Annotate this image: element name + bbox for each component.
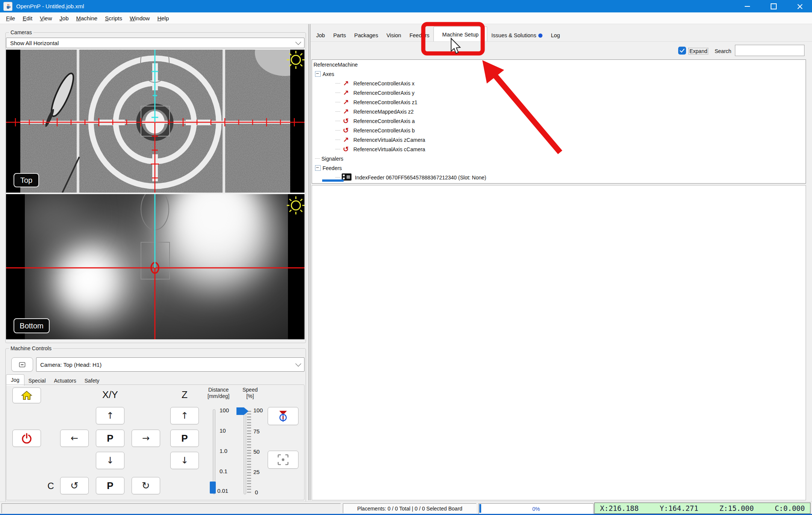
distance-tick-001: 0.01 xyxy=(217,488,228,494)
camera-view-select[interactable]: Show All Horizontal xyxy=(6,38,304,48)
park-nozzle-icon xyxy=(278,410,288,422)
tree-item-axis-zcamera[interactable]: ↗ ReferenceVirtualAxis zCamera xyxy=(312,135,806,144)
menu-machine[interactable]: Machine xyxy=(72,14,101,23)
tree-item-axis-b[interactable]: ↺ ReferenceControllerAxis b xyxy=(312,126,806,135)
menu-scripts[interactable]: Scripts xyxy=(101,14,126,23)
tree-item-axis-y[interactable]: ↗ ReferenceControllerAxis y xyxy=(312,88,806,97)
tab-special[interactable]: Special xyxy=(24,376,50,385)
java-cup-icon xyxy=(5,3,11,9)
tree-item-axis-x[interactable]: ↗ ReferenceControllerAxis x xyxy=(312,79,806,88)
rotary-axis-icon: ↺ xyxy=(342,146,350,153)
tab-bar-underline xyxy=(311,41,812,42)
cameras-group-label: Cameras xyxy=(9,29,33,35)
tab-log[interactable]: Log xyxy=(547,30,564,41)
tree-item-axis-z2[interactable]: ↗ ReferenceMappedAxis z2 xyxy=(312,107,806,116)
linear-axis-icon: ↗ xyxy=(342,108,350,115)
tree-item-axis-z1[interactable]: ↗ ReferenceControllerAxis z1 xyxy=(312,97,806,107)
tree-item-root[interactable]: ReferenceMachine xyxy=(312,60,806,69)
tab-vision[interactable]: Vision xyxy=(382,30,405,41)
speed-tick-0: 0 xyxy=(255,489,258,495)
speed-tick-100: 100 xyxy=(253,407,263,413)
minimize-button[interactable] xyxy=(735,0,759,12)
power-icon xyxy=(21,433,32,444)
feeder-selection-bar xyxy=(322,179,344,182)
tree-item-signalers[interactable]: Signalers xyxy=(312,154,806,163)
bottom-camera-image xyxy=(6,194,304,339)
maximize-icon xyxy=(771,3,777,9)
top-camera-view[interactable]: Top xyxy=(6,50,304,193)
maximize-button[interactable] xyxy=(762,0,786,12)
park-nozzle-button[interactable] xyxy=(268,407,298,425)
dro-x: X:216.188 xyxy=(600,504,639,512)
main-tab-bar: Job Parts Packages Vision Feeders Machin… xyxy=(312,26,564,41)
tab-issues-solutions[interactable]: Issues & Solutions xyxy=(487,30,547,41)
close-icon xyxy=(797,4,803,9)
tree-item-feeders[interactable]: Feeders xyxy=(312,163,806,173)
search-label: Search xyxy=(715,48,731,54)
jog-c-cw-button[interactable]: ↻ xyxy=(132,477,160,494)
issues-notification-dot xyxy=(538,33,542,38)
speed-slider-track[interactable] xyxy=(244,409,246,494)
jog-z-plus-button[interactable]: ↑ xyxy=(170,407,199,424)
tree-item-axis-ccamera[interactable]: ↺ ReferenceVirtualAxis cCamera xyxy=(312,144,806,154)
search-input[interactable] xyxy=(735,45,804,56)
menu-help[interactable]: Help xyxy=(153,14,173,23)
chevron-down-icon xyxy=(295,39,301,45)
machine-controls-label: Machine Controls xyxy=(9,345,53,351)
menu-window[interactable]: Window xyxy=(126,14,153,23)
tab-parts[interactable]: Parts xyxy=(329,30,350,41)
power-button[interactable] xyxy=(12,430,41,447)
xy-axis-label: X/Y xyxy=(96,389,124,401)
machine-setup-tree: ReferenceMachine Axes ↗ ReferenceControl… xyxy=(312,59,806,184)
close-button[interactable] xyxy=(788,0,812,12)
rotary-axis-icon: ↺ xyxy=(342,117,350,125)
tab-jog[interactable]: Jog xyxy=(6,374,24,386)
tab-feeders[interactable]: Feeders xyxy=(405,30,433,41)
menu-view[interactable]: View xyxy=(36,14,56,23)
position-camera-z-button[interactable]: P xyxy=(170,430,199,447)
speed-slider-ticks xyxy=(247,411,251,494)
home-icon xyxy=(21,390,32,400)
c-axis-label: C xyxy=(44,481,57,491)
jog-x-plus-button[interactable]: → xyxy=(132,430,160,447)
bottom-camera-label: Bottom xyxy=(14,318,50,333)
tab-job[interactable]: Job xyxy=(312,30,329,41)
machine-controls-tabs: Jog Special Actuators Safety xyxy=(6,374,304,385)
jog-y-plus-button[interactable]: ↑ xyxy=(96,407,124,424)
camera-locate-icon xyxy=(277,454,289,465)
openpnp-window: { "window": { "title": "OpenPnP - Untitl… xyxy=(0,0,812,515)
tab-packages[interactable]: Packages xyxy=(350,30,382,41)
jog-y-minus-button[interactable]: ↓ xyxy=(96,452,124,469)
tree-item-axes[interactable]: Axes xyxy=(312,69,806,79)
head-camera-select[interactable]: Camera: Top (Head: H1) xyxy=(36,357,304,372)
menu-job[interactable]: Job xyxy=(56,14,72,23)
dro-z: Z:15.000 xyxy=(720,504,754,512)
head-collapse-button[interactable] xyxy=(11,357,33,372)
tree-item-indexfeeder[interactable]: IndexFeeder 0670FF565457888367212340 (Sl… xyxy=(312,173,806,182)
bottom-camera-view[interactable]: Bottom xyxy=(6,194,304,339)
menu-edit[interactable]: Edit xyxy=(19,14,36,23)
linear-axis-icon: ↗ xyxy=(342,89,350,96)
distance-slider-handle[interactable] xyxy=(210,482,216,494)
top-camera-image xyxy=(6,50,304,193)
tree-item-axis-a[interactable]: ↺ ReferenceControllerAxis a xyxy=(312,116,806,126)
tab-safety[interactable]: Safety xyxy=(80,376,104,385)
placements-status: Placements: 0 / 0 Total | 0 / 0 Selected… xyxy=(343,503,477,513)
home-button[interactable] xyxy=(12,387,41,403)
jog-z-minus-button[interactable]: ↓ xyxy=(170,452,199,469)
menu-file[interactable]: File xyxy=(2,14,19,23)
top-camera-label: Top xyxy=(14,173,39,187)
brightness-sun-icon[interactable] xyxy=(287,196,304,214)
position-camera-c-button[interactable]: P xyxy=(96,477,124,494)
collapse-box-icon[interactable] xyxy=(315,71,321,77)
jog-x-minus-button[interactable]: ← xyxy=(60,430,89,447)
jog-c-ccw-button[interactable]: ↺ xyxy=(60,477,89,494)
tab-actuators[interactable]: Actuators xyxy=(50,376,80,385)
camera-locate-button[interactable] xyxy=(268,451,298,469)
collapse-box-icon[interactable] xyxy=(315,165,321,171)
tab-machine-setup[interactable]: Machine Setup xyxy=(433,26,487,41)
position-camera-xy-button[interactable]: P xyxy=(96,430,124,447)
expand-checkbox[interactable] xyxy=(678,47,686,55)
expand-checkbox-label: Expand xyxy=(688,48,708,55)
panel-splitter[interactable] xyxy=(308,24,311,500)
